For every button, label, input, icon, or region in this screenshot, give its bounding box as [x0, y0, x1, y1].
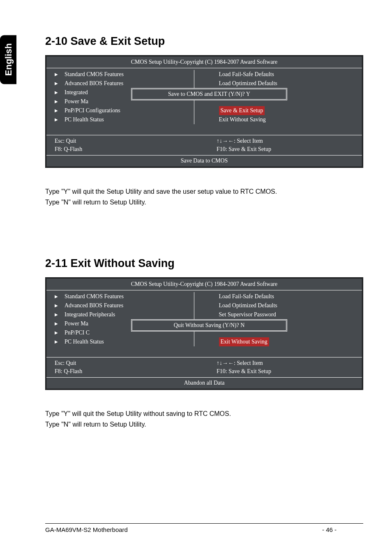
bios-footer: Esc: Quit F8: Q-Flash ↑↓→←: Select Item …: [46, 357, 362, 377]
footer-left: Esc: Quit F8: Q-Flash: [55, 359, 192, 376]
menu-item[interactable]: ▶Standard CMOS Features: [55, 292, 190, 301]
hint-arrows: ↑↓→←: Select Item: [217, 137, 354, 145]
section-heading-save-exit: 2-10 Save & Exit Setup: [45, 35, 363, 48]
menu-label: PnP/PCI C: [65, 328, 90, 337]
hint-esc: Esc: Quit: [55, 359, 192, 367]
bios-screen-exit-nosave: CMOS Setup Utility-Copyright (C) 1984-20…: [45, 277, 363, 390]
menu-label: PC Health Status: [65, 115, 104, 124]
text-line: Type "N" will return to Setup Utility.: [45, 419, 363, 430]
quit-confirm-dialog[interactable]: Quit Without Saving (Y/N)? N: [131, 319, 287, 332]
bios-status-bar: Save Data to CMOS: [46, 155, 362, 167]
menu-label: Exit Without Saving: [219, 115, 266, 124]
hint-arrows: ↑↓→←: Select Item: [217, 359, 354, 367]
arrow-right-icon: ▶: [55, 310, 65, 319]
footer-right: ↑↓→←: Select Item F10: Save & Exit Setup: [192, 137, 354, 153]
hint-f10: F10: Save & Exit Setup: [217, 367, 354, 376]
menu-label: Standard CMOS Features: [65, 292, 124, 301]
bios-screen-save-exit: CMOS Setup Utility-Copyright (C) 1984-20…: [45, 55, 363, 168]
bios-status-bar: Abandon all Data: [46, 377, 362, 389]
menu-label: Load Optimized Defaults: [219, 301, 277, 310]
menu-label: Integrated Peripherals: [65, 310, 115, 319]
hint-f10: F10: Save & Exit Setup: [217, 145, 354, 153]
arrow-right-icon: ▶: [55, 88, 65, 97]
text-line: Type "N" will return to Setup Utility.: [45, 197, 363, 208]
description-save-exit: Type "Y" will quit the Setup Utility and…: [45, 186, 363, 208]
arrow-right-icon: ▶: [55, 292, 65, 301]
menu-label: Power Ma: [65, 97, 88, 106]
menu-item[interactable]: ▶Advanced BIOS Features: [55, 301, 190, 310]
arrow-right-icon: ▶: [55, 328, 65, 337]
bios-footer: Esc: Quit F8: Q-Flash ↑↓→←: Select Item …: [46, 135, 362, 155]
footer-right: ↑↓→←: Select Item F10: Save & Exit Setup: [192, 359, 354, 376]
menu-label: Integrated: [65, 88, 88, 97]
arrow-right-icon: ▶: [55, 115, 65, 124]
language-tab: English: [0, 35, 16, 84]
bios-title: CMOS Setup Utility-Copyright (C) 1984-20…: [46, 56, 362, 68]
menu-item[interactable]: Save & Exit Setup: [219, 106, 354, 115]
arrow-right-icon: ▶: [55, 79, 65, 88]
bios-body: ▶Standard CMOS Features ▶Advanced BIOS F…: [46, 68, 362, 135]
description-exit-nosave: Type "Y" will quit the Setup Utility wit…: [45, 408, 363, 430]
menu-item[interactable]: Load Optimized Defaults: [219, 79, 354, 88]
hint-f8: F8: Q-Flash: [55, 145, 192, 153]
save-confirm-dialog[interactable]: Save to CMOS and EXIT (Y/N)? Y: [131, 88, 287, 100]
menu-label: Standard CMOS Features: [65, 70, 124, 79]
menu-label: Load Fail-Safe Defaults: [219, 70, 274, 79]
arrow-right-icon: ▶: [55, 337, 65, 346]
page-content: 2-10 Save & Exit Setup CMOS Setup Utilit…: [0, 0, 392, 430]
menu-item[interactable]: Exit Without Saving: [219, 337, 354, 346]
menu-item[interactable]: ▶PnP/PCI Configurations: [55, 106, 190, 115]
menu-item[interactable]: ▶Advanced BIOS Features: [55, 79, 190, 88]
footer-page-number: - 46 -: [322, 526, 363, 533]
hint-esc: Esc: Quit: [55, 137, 192, 145]
menu-item[interactable]: Set Supervisor Password: [219, 310, 354, 319]
page-footer: GA-MA69VM-S2 Motherboard - 46 -: [45, 523, 363, 533]
menu-item[interactable]: Load Optimized Defaults: [219, 301, 354, 310]
text-line: Type "Y" will quit the Setup Utility wit…: [45, 408, 363, 419]
bios-body: ▶Standard CMOS Features ▶Advanced BIOS F…: [46, 290, 362, 357]
menu-item[interactable]: Exit Without Saving: [219, 115, 354, 124]
arrow-right-icon: ▶: [55, 301, 65, 310]
arrow-right-icon: ▶: [55, 97, 65, 106]
menu-label: PnP/PCI Configurations: [65, 106, 120, 115]
menu-label: PC Health Status: [65, 337, 104, 346]
menu-label: Power Ma: [65, 319, 88, 328]
menu-label: Load Optimized Defaults: [219, 79, 277, 88]
menu-item[interactable]: ▶PC Health Status: [55, 115, 190, 124]
footer-left: Esc: Quit F8: Q-Flash: [55, 137, 192, 153]
hint-f8: F8: Q-Flash: [55, 367, 192, 376]
arrow-right-icon: ▶: [55, 106, 65, 115]
footer-model: GA-MA69VM-S2 Motherboard: [45, 526, 322, 533]
menu-item[interactable]: ▶Standard CMOS Features: [55, 70, 190, 79]
bios-title: CMOS Setup Utility-Copyright (C) 1984-20…: [46, 278, 362, 290]
menu-label: Set Supervisor Password: [219, 310, 276, 319]
arrow-right-icon: ▶: [55, 70, 65, 79]
menu-label-selected: Exit Without Saving: [219, 337, 269, 346]
menu-item[interactable]: ▶Integrated Peripherals: [55, 310, 190, 319]
text-line: Type "Y" will quit the Setup Utility and…: [45, 186, 363, 197]
section-heading-exit-nosave: 2-11 Exit Without Saving: [45, 257, 363, 270]
menu-label: Advanced BIOS Features: [65, 79, 123, 88]
menu-label: Advanced BIOS Features: [65, 301, 123, 310]
menu-label-selected: Save & Exit Setup: [219, 106, 265, 115]
menu-item[interactable]: Load Fail-Safe Defaults: [219, 292, 354, 301]
menu-item[interactable]: Load Fail-Safe Defaults: [219, 70, 354, 79]
arrow-right-icon: ▶: [55, 319, 65, 328]
menu-item[interactable]: ▶PC Health Status: [55, 337, 190, 346]
menu-label: Load Fail-Safe Defaults: [219, 292, 274, 301]
